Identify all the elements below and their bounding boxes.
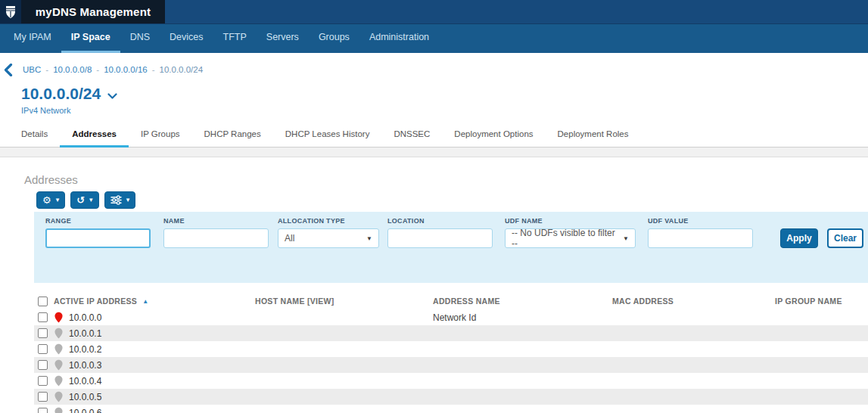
select-all-checkbox[interactable] <box>38 297 48 306</box>
settings-menu-button[interactable]: ⚙ ▾ <box>36 191 65 209</box>
udf-value-input[interactable] <box>648 228 753 248</box>
breadcrumb-item: 10.0.0.0/24 <box>160 65 204 74</box>
chevron-left-icon <box>4 64 13 76</box>
table-row[interactable]: 10.0.0.3 <box>34 357 868 373</box>
main-nav: My IPAM IP Space DNS Devices TFTP Server… <box>0 24 868 53</box>
nav-item-dns[interactable]: DNS <box>120 24 160 53</box>
tab-dhcp-leases-history[interactable]: DHCP Leases History <box>273 126 382 148</box>
nav-item-administration[interactable]: Administration <box>359 24 439 53</box>
breadcrumb-item[interactable]: 10.0.0.0/16 <box>104 65 148 74</box>
gear-icon: ⚙ <box>42 195 51 205</box>
tab-ip-groups[interactable]: IP Groups <box>129 126 192 148</box>
tab-addresses[interactable]: Addresses <box>60 126 129 148</box>
free-address-pin-icon <box>54 343 63 355</box>
row-checkbox[interactable] <box>38 312 48 322</box>
table-row[interactable]: 10.0.0.0 Network Id <box>34 309 868 325</box>
row-checkbox[interactable] <box>38 360 48 370</box>
back-button[interactable] <box>4 63 16 76</box>
breadcrumb: UBC-10.0.0.0/8-10.0.0.0/16-10.0.0.0/24 <box>0 53 868 76</box>
name-label: NAME <box>163 217 269 225</box>
row-checkbox[interactable] <box>38 392 48 402</box>
table-row[interactable]: 10.0.0.6 <box>34 405 868 413</box>
history-menu-button[interactable]: ↺ ▾ <box>70 191 98 209</box>
dropdown-arrow-icon: ▼ <box>623 235 629 242</box>
breadcrumb-separator: - <box>152 65 155 74</box>
column-header-mac-address[interactable]: MAC ADDRESS <box>612 297 775 306</box>
ubc-logo-icon[interactable] <box>0 0 21 23</box>
range-label: RANGE <box>45 217 151 225</box>
chevron-down-icon: ▾ <box>126 197 130 203</box>
columns-filter-menu-button[interactable]: ▾ <box>104 191 136 209</box>
free-address-pin-icon <box>54 391 63 402</box>
ubc-crest-icon <box>5 5 16 19</box>
page-subtitle: IPv4 Network <box>21 106 868 115</box>
free-address-pin-icon <box>54 328 63 339</box>
page-title: 10.0.0.0/24 <box>21 83 868 104</box>
tab-dnssec[interactable]: DNSSEC <box>381 126 442 148</box>
breadcrumb-item[interactable]: UBC <box>23 65 41 74</box>
column-header-active-ip-address[interactable]: ACTIVE IP ADDRESS ▲ <box>54 297 255 306</box>
nav-item-tftp[interactable]: TFTP <box>213 24 257 53</box>
name-input[interactable] <box>163 228 269 248</box>
allocation-type-value: All <box>285 233 294 244</box>
allocation-type-label: ALLOCATION TYPE <box>278 217 379 225</box>
row-checkbox[interactable] <box>38 344 48 354</box>
dropdown-arrow-icon: ▼ <box>366 235 372 242</box>
table-row[interactable]: 10.0.0.5 <box>34 389 868 405</box>
tab-divider-band <box>0 148 868 157</box>
ip-address: 10.0.0.3 <box>69 360 101 371</box>
udf-name-select[interactable]: -- No UDFs visible to filter -- ▼ <box>505 228 636 248</box>
page-title-text: 10.0.0.0/24 <box>21 85 101 103</box>
ip-address: 10.0.0.1 <box>69 328 101 339</box>
column-header-ip-group-name[interactable]: IP GROUP NAME <box>775 297 868 306</box>
tab-dhcp-ranges[interactable]: DHCP Ranges <box>192 126 273 148</box>
history-icon: ↺ <box>76 195 85 205</box>
clear-button[interactable]: Clear <box>827 228 863 248</box>
table-row[interactable]: 10.0.0.4 <box>34 373 868 389</box>
ip-address: 10.0.0.0 <box>69 312 101 323</box>
nav-item-devices[interactable]: Devices <box>160 24 213 53</box>
nav-item-groups[interactable]: Groups <box>309 24 359 53</box>
location-input[interactable] <box>387 228 493 248</box>
nav-item-servers[interactable]: Servers <box>257 24 309 53</box>
row-checkbox[interactable] <box>38 376 48 386</box>
row-checkbox[interactable] <box>38 408 48 413</box>
ip-address: 10.0.0.5 <box>69 392 101 402</box>
column-header-host-name[interactable]: HOST NAME [VIEW] <box>255 297 433 306</box>
address-name-cell: Network Id <box>433 312 612 323</box>
tab-deployment-options[interactable]: Deployment Options <box>442 126 545 148</box>
breadcrumb-items: UBC-10.0.0.0/8-10.0.0.0/16-10.0.0.0/24 <box>23 65 203 74</box>
breadcrumb-separator: - <box>45 65 48 74</box>
ip-address: 10.0.0.6 <box>69 408 101 413</box>
network-id-pin-icon <box>54 312 63 323</box>
nav-item-ip-space[interactable]: IP Space <box>61 24 120 53</box>
table-body: 10.0.0.0 Network Id 10.0.0.1 10.0.0.2 <box>34 309 868 413</box>
title-dropdown[interactable] <box>107 85 117 104</box>
range-input[interactable] <box>45 228 151 248</box>
table-row[interactable]: 10.0.0.1 <box>34 325 868 341</box>
nav-item-my-ipam[interactable]: My IPAM <box>4 24 61 53</box>
breadcrumb-separator: - <box>96 65 99 74</box>
udf-value-label: UDF VALUE <box>648 217 753 225</box>
column-header-address-name[interactable]: ADDRESS NAME <box>433 297 612 306</box>
chevron-down-icon: ▾ <box>56 197 60 203</box>
apply-button[interactable]: Apply <box>780 228 818 248</box>
table-row[interactable]: 10.0.0.2 <box>34 341 868 357</box>
tab-deployment-roles[interactable]: Deployment Roles <box>546 126 641 148</box>
addresses-table: ACTIVE IP ADDRESS ▲ HOST NAME [VIEW] ADD… <box>34 293 868 413</box>
tab-details[interactable]: Details <box>9 126 60 148</box>
free-address-pin-icon <box>54 375 63 387</box>
top-bar: myDNS Management <box>0 0 868 24</box>
row-checkbox[interactable] <box>38 328 48 338</box>
app-title: myDNS Management <box>21 0 165 23</box>
table-header: ACTIVE IP ADDRESS ▲ HOST NAME [VIEW] ADD… <box>34 293 868 309</box>
breadcrumb-item[interactable]: 10.0.0.0/8 <box>53 65 92 74</box>
ip-address: 10.0.0.4 <box>69 376 101 387</box>
chevron-down-icon <box>107 93 117 100</box>
section-heading: Addresses <box>24 173 868 186</box>
allocation-type-select[interactable]: All ▼ <box>278 228 379 248</box>
free-address-pin-icon <box>54 359 63 371</box>
tab-bar: Details Addresses IP Groups DHCP Ranges … <box>0 126 868 148</box>
udf-name-value: -- No UDFs visible to filter -- <box>512 228 618 249</box>
sliders-icon <box>110 195 122 205</box>
